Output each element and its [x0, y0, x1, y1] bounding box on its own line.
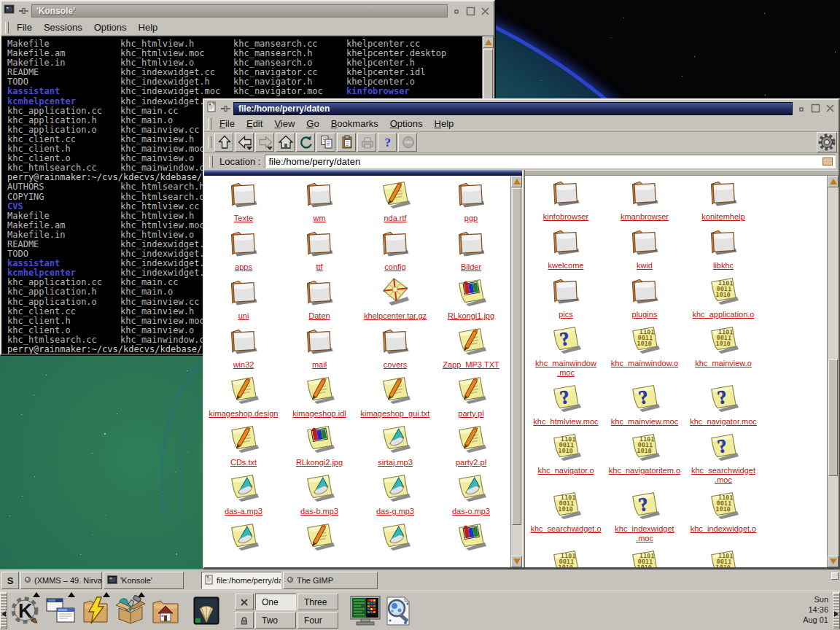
- file-icon-covers[interactable]: covers: [357, 324, 433, 370]
- right-pane-scrollbar[interactable]: [827, 176, 839, 567]
- menu-file[interactable]: File: [11, 20, 38, 34]
- file-icon-cropped[interactable]: 110100111010: [526, 546, 605, 567]
- file-icon-libkhc[interactable]: libkhc: [684, 225, 763, 271]
- toolbar-grip[interactable]: [208, 136, 211, 148]
- file-manager-window[interactable]: file:/home/perry/daten FileEditViewGoBoo…: [203, 98, 840, 569]
- file-icon-party2.pl[interactable]: party2​.pl: [433, 421, 509, 467]
- file-icon-kimageshop.design[interactable]: kimageshop​.design: [206, 373, 281, 419]
- task-button[interactable]: (XMMS – 49. Nirvan...: [20, 572, 102, 589]
- help-button[interactable]: ?: [378, 133, 397, 152]
- file-icon-config[interactable]: config: [357, 226, 433, 272]
- file-icon-win32[interactable]: win32: [206, 324, 281, 370]
- file-icon-RLkongi2.jpg[interactable]: RLkongi2​.jpg: [281, 421, 357, 467]
- file-icon-khc_mainwindow.moc[interactable]: ?khc_mainwindow​.moc: [526, 322, 605, 378]
- file-icon-khc_mainview.moc[interactable]: ?khc_mainview​.moc: [605, 381, 684, 427]
- scrollbar-thumb[interactable]: [828, 359, 838, 476]
- window-list-launcher[interactable]: [44, 594, 77, 628]
- file-icon-konitemhelp[interactable]: konitemhelp: [684, 176, 763, 222]
- file-icon-pgp[interactable]: pgp: [433, 177, 509, 223]
- reload-button[interactable]: [296, 133, 315, 152]
- lock-icon[interactable]: [235, 612, 254, 629]
- file-icon-party.pl[interactable]: party​.pl: [433, 373, 509, 419]
- file-icon-khc_navigator.o[interactable]: 110100111010khc_navigator​.o: [526, 429, 605, 485]
- left-view-pane[interactable]: Textewmnda​.rtfpgpappsttfconfigBilderuni…: [204, 170, 522, 567]
- location-clear-icon[interactable]: [822, 158, 833, 166]
- panel-hide-right[interactable]: [833, 592, 840, 629]
- file-icon-kimageshop_gui.txt[interactable]: kimageshop_gui​.txt: [357, 373, 433, 419]
- file-icon-kimageshop.idl[interactable]: kimageshop​.idl: [281, 373, 357, 419]
- locbar-grip[interactable]: [209, 156, 213, 168]
- file-icon-khc_mainwindow.o[interactable]: 110100111010khc_mainwindow​.o: [605, 322, 684, 378]
- file-icon-kmanbrowser[interactable]: kmanbrowser: [605, 176, 684, 222]
- konqueror-gear-icon[interactable]: [817, 132, 837, 152]
- task-button[interactable]: The GIMP: [283, 572, 378, 589]
- file-icon-mail[interactable]: mail: [281, 324, 357, 370]
- close-icon[interactable]: [824, 103, 836, 114]
- file-icon-khc_indexwidget.o[interactable]: 110100111010khc_indexwidget​.o: [684, 488, 763, 543]
- desktop-button-two[interactable]: Two: [255, 612, 296, 629]
- file-icon-wm[interactable]: wm: [281, 177, 357, 223]
- file-icon-khc_searchwidget.moc[interactable]: ?khc_searchwidget​.moc: [684, 429, 763, 485]
- kfm-window-icon[interactable]: [206, 101, 217, 115]
- desktop-button-four[interactable]: Four: [298, 612, 338, 629]
- file-icon-cropped[interactable]: [206, 519, 281, 556]
- file-icon-cropped[interactable]: [281, 519, 357, 556]
- scrollbar-thumb[interactable]: [512, 188, 521, 525]
- paste-button[interactable]: [337, 133, 356, 152]
- file-icon-khc_htmlview.moc[interactable]: ?khc_htmlview​.moc: [526, 381, 605, 427]
- file-icon-kinfobrowser[interactable]: kinfobrowser: [526, 176, 605, 222]
- file-icon-nda.rtf[interactable]: nda​.rtf: [357, 177, 433, 223]
- file-icon-das-a.mp3[interactable]: das-a​.mp3: [206, 470, 281, 516]
- show-desktop-button[interactable]: S: [1, 572, 19, 589]
- maximize-button[interactable]: [809, 103, 822, 114]
- file-icon-RLkongi1.jpg[interactable]: RLkongi1​.jpg: [433, 275, 509, 321]
- stop-button[interactable]: [398, 133, 417, 152]
- file-icon-das-o.mp3[interactable]: das-o​.mp3: [433, 470, 509, 516]
- scroll-down-icon[interactable]: [828, 556, 839, 567]
- menu-go[interactable]: Go: [300, 117, 324, 131]
- file-icon-khc_searchwidget.o[interactable]: 110100111010khc_searchwidget​.o: [526, 488, 605, 543]
- minimize-button[interactable]: [795, 103, 807, 114]
- task-button[interactable]: file:/home/perry/daten: [201, 572, 281, 589]
- file-icon-cropped[interactable]: 110100111010: [605, 546, 684, 567]
- file-icon-Texte[interactable]: Texte: [206, 177, 281, 223]
- file-icon-uni[interactable]: uni: [206, 275, 281, 321]
- menu-bookmarks[interactable]: Bookmarks: [325, 117, 384, 131]
- scroll-up-icon[interactable]: [483, 36, 494, 48]
- menu-help[interactable]: Help: [429, 117, 460, 131]
- pin-icon[interactable]: [219, 102, 231, 115]
- location-input[interactable]: [265, 155, 836, 168]
- home-launcher[interactable]: [149, 594, 182, 628]
- file-icon-Zapp_MP3.TXT[interactable]: Zapp_MP3​.TXT: [433, 324, 509, 370]
- taskbar-end-handle[interactable]: [831, 572, 839, 580]
- menu-options[interactable]: Options: [88, 20, 133, 34]
- menu-view[interactable]: View: [268, 117, 300, 131]
- file-icon-khc_application.o[interactable]: 110100111010khc_application​.o: [684, 273, 763, 319]
- file-icon-Bilder[interactable]: Bilder: [433, 226, 509, 272]
- menubar-grip[interactable]: [208, 118, 211, 130]
- toolbox-launcher[interactable]: [114, 594, 147, 628]
- file-icon-cropped[interactable]: [357, 519, 433, 556]
- file-icon-khc_navigatoritem.o[interactable]: 110100111010khc_navigatoritem​.o: [605, 429, 684, 485]
- right-view-pane[interactable]: kinfobrowserkmanbrowserkonitemhelpkwelco…: [525, 170, 839, 567]
- maximize-button[interactable]: [464, 6, 477, 17]
- menu-help[interactable]: Help: [133, 20, 164, 34]
- kfm-titlebar[interactable]: file:/home/perry/daten: [204, 100, 839, 116]
- file-icon-kwelcome[interactable]: kwelcome: [526, 225, 605, 271]
- file-icon-Daten[interactable]: Daten: [281, 275, 357, 321]
- file-icon-kwid[interactable]: kwid: [605, 225, 684, 271]
- file-icon-khelpcenter.tar.gz[interactable]: khelpcenter​.tar​.gz: [357, 275, 433, 321]
- desktop-button-three[interactable]: Three: [298, 594, 338, 610]
- menu-edit[interactable]: Edit: [241, 117, 268, 131]
- pager-close-button[interactable]: [235, 594, 254, 610]
- file-icon-ttf[interactable]: ttf: [281, 226, 357, 272]
- file-icon-khc_mainview.o[interactable]: 110100111010khc_mainview​.o: [684, 322, 763, 378]
- up-button[interactable]: [214, 133, 233, 152]
- menubar-grip[interactable]: [5, 22, 9, 34]
- file-icon-CDs.txt[interactable]: CDs​.txt: [206, 421, 281, 467]
- magnifier-launcher[interactable]: [381, 594, 415, 630]
- file-icon-apps[interactable]: apps: [206, 226, 281, 272]
- scroll-up-icon[interactable]: [828, 176, 839, 187]
- home-button[interactable]: [276, 133, 295, 152]
- quick-browser-launcher[interactable]: [79, 594, 112, 628]
